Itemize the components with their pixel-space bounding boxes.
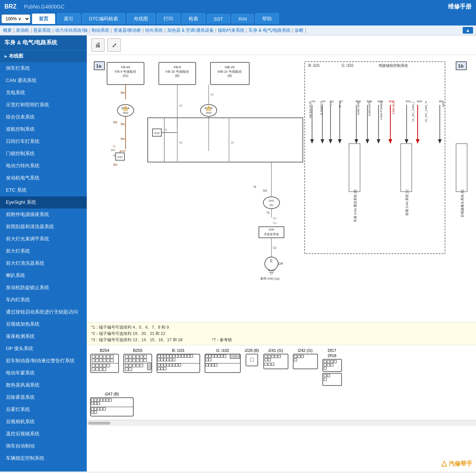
tab-index[interactable]: 索引 [57,13,81,24]
svg-text:G9: G9 [321,100,325,103]
tab-wiring[interactable]: 布线图 [127,13,155,24]
svg-rect-153 [133,364,136,367]
svg-rect-215 [265,359,267,361]
svg-rect-136 [103,368,106,371]
svg-rect-221 [294,355,297,358]
breadcrumb-item[interactable]: 发动机 [16,27,29,34]
svg-rect-134 [96,368,99,371]
sidebar-item-charging[interactable]: 充电系统 [0,87,87,99]
sidebar-item-eps[interactable]: 电动力转向系统 [0,160,87,172]
sidebar-item-eyesight[interactable]: EyeSight 系统 [0,196,87,209]
sidebar-item-seat-detection[interactable]: 落座检测系统 [0,330,87,343]
sidebar-item-remote-mirror[interactable]: 遥控后视镜系统 [0,428,87,440]
sidebar-item-headlight[interactable]: 前大灯系统 [0,245,87,257]
connector-i102-diagram: G: i102 □ [204,348,241,375]
sidebar-item-vsc[interactable]: 车辆稳定控制系统 [0,452,87,465]
sidebar-section-wiring[interactable]: 布线图 [0,50,87,62]
sidebar-item-op-connector[interactable]: OP 接头系统 [0,343,87,355]
sidebar-item-mirror-heater[interactable]: 后视镜加热系统 [0,318,87,330]
sidebar-item-rear-fog[interactable]: 后雾灯系统 [0,404,87,416]
sidebar-item-engine-elec[interactable]: 发动机电气系统 [0,172,87,184]
svg-rect-246 [109,399,112,401]
svg-rect-224 [294,359,297,361]
svg-text:i302: i302 [123,111,129,114]
breadcrumb-item[interactable]: 辅助约束系统 [218,27,244,34]
breadcrumb-item[interactable]: 变速器/驱动桥 [113,27,141,34]
connector-area: B254 [87,345,476,390]
sidebar-item-wiper[interactable]: 前雨刮器和清洗器系统 [0,221,87,233]
svg-rect-170 [184,355,187,357]
svg-rect-233 [324,367,326,370]
svg-marker-39 [329,139,332,144]
sidebar-item-door-lock[interactable]: 门锁控制系统 [0,148,87,160]
sidebar-item-power-window[interactable]: 电动车窗系统 [0,367,87,379]
sidebar-item-keyless[interactable]: 通过按钮启动系统进行无钥匙访问 [0,306,87,318]
breadcrumb-item[interactable]: 诊断 [295,27,304,34]
expand-button[interactable]: ⤢ [107,38,121,52]
breadcrumb-item[interactable]: 加热器 & 空调/通风设备 [167,27,214,34]
zoom-select[interactable]: 100% ∨ 75% 125% 150% [1,14,30,23]
sidebar-item-radiator-fan[interactable]: 散热器风扇系统 [0,379,87,391]
breadcrumb-item[interactable]: 制动系统 [92,27,109,34]
svg-rect-244 [103,399,106,401]
tab-sst[interactable]: SST [207,14,230,24]
svg-rect-127 [110,359,113,362]
sidebar-item-auto-brake[interactable]: 倒车自动制动 [0,440,87,452]
svg-rect-254 [103,408,106,410]
svg-rect-133 [92,368,95,371]
sidebar-item-clearance-light[interactable]: 示宽灯和照明灯系统 [0,99,87,111]
sidebar-item-can[interactable]: CAN 通讯系统 [0,75,87,87]
svg-rect-163 [164,355,166,357]
scroll-top-btn[interactable]: ▲ [463,27,473,34]
tab-home[interactable]: 首页 [32,13,55,24]
sidebar-item-headlight-level[interactable]: 前大灯光束调平系统 [0,233,87,245]
tab-dtc[interactable]: DTC编码检索 [82,13,125,24]
sidebar-item-backup-light[interactable]: 倒车灯系统 [0,62,87,75]
svg-rect-231 [327,364,330,366]
note-1: *1：端子编号可选排列 4、5、6、7、8 和 9 [91,325,472,330]
tab-help[interactable]: 帮助 [255,13,279,24]
svg-text:G3: G3 [330,100,334,103]
tab-print[interactable]: 打印 [157,13,180,24]
breadcrumb-item[interactable]: 转向系统 [145,27,163,34]
sidebar-item-interior-light[interactable]: 车内灯系统 [0,294,87,306]
sidebar-item-horn[interactable]: 喇叭系统 [0,270,87,282]
svg-rect-169 [181,355,184,357]
print-button[interactable]: 🖨 [91,38,105,52]
breadcrumb-item[interactable]: 悬架系统 [33,27,51,34]
sidebar-item-daytime-light[interactable]: 日间行车灯系统 [0,136,87,148]
svg-rect-249 [97,402,100,405]
horizontal-scrollbar[interactable] [87,420,476,426]
sidebar-item-cruise[interactable]: 巡航控制系统 [0,123,87,136]
sidebar-item-combination-meter[interactable]: 组合仪表系统 [0,111,87,123]
breadcrumb-item[interactable]: 车身 & 电气/电路系统 [249,27,291,34]
svg-rect-195 [215,355,217,357]
sidebar-item-headlight-washer[interactable]: 前大灯清洗器系统 [0,257,87,270]
svg-rect-172 [190,355,193,357]
svg-rect-177 [169,359,172,361]
sidebar-item-rear-defogger[interactable]: 后除雾器系统 [0,391,87,404]
svg-rect-151 [125,364,128,367]
sidebar-item-parking-brake[interactable]: 驻车制动器/制动液位警告灯系统 [0,355,87,367]
connector-b254-diagram: B254 [90,348,119,375]
svg-marker-35 [310,139,314,144]
sidebar-item-front-acc-socket[interactable]: 前附件电源插座系统 [0,209,87,221]
svg-text:J/C: J/C [269,203,274,207]
breadcrumb-item[interactable]: 动力传动系统/轴 [55,27,87,34]
svg-rect-230 [324,364,326,366]
svg-text:(B): (B) [175,74,179,78]
svg-rect-247 [91,402,94,405]
svg-rect-255 [91,411,94,414]
svg-text:□: □ [234,355,236,358]
tab-rh[interactable]: R/H [232,14,254,24]
svg-text:Gr: Gr [273,246,277,250]
svg-rect-167 [175,355,178,357]
sidebar-item-immobilizer[interactable]: 发动机防盗锁止系统 [0,282,87,294]
breadcrumb-item[interactable]: 概要 [3,27,12,34]
tab-search[interactable]: 检索 [182,13,205,24]
svg-text:B29: B29 [378,100,383,103]
sidebar-item-etc[interactable]: ETC 系统 [0,184,87,196]
svg-rect-204 [215,364,217,366]
sidebar-item-rear-camera[interactable]: 后视相机系统 [0,416,87,428]
svg-marker-53 [416,139,420,144]
